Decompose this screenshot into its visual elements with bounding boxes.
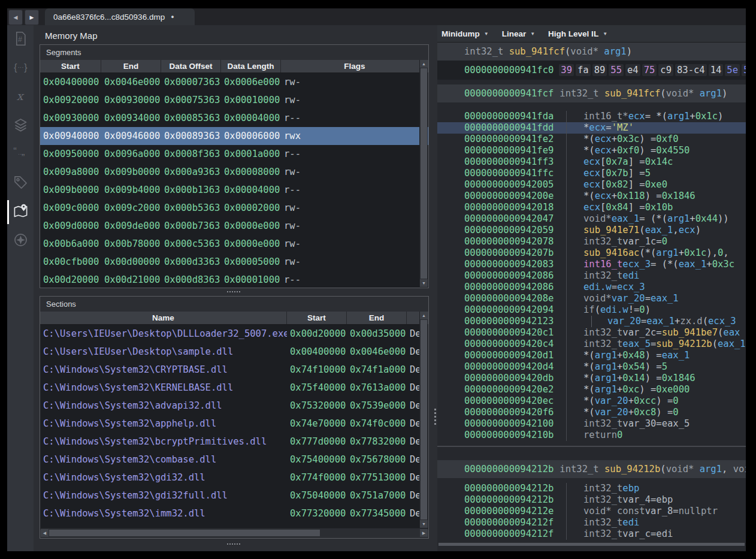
code-line[interactable]: 0000000000942100int32_t var_30 = eax_5 <box>437 418 746 430</box>
scroll-up-icon[interactable]: ▲ <box>420 312 428 319</box>
table-row[interactable]: 0x009d00000x009de0000x000b73630x0000e000… <box>40 217 428 235</box>
code-line[interactable]: 00000000009420c4int32_t eax_5 = sub_9421… <box>437 339 746 350</box>
view-dropdown[interactable]: Minidump▼ <box>441 29 489 38</box>
table-row[interactable]: 0x009b00000x009b40000x000b13630x00004000… <box>40 181 428 199</box>
code-line[interactable]: 000000000094212fint32_t edi <box>437 517 746 528</box>
table-row[interactable]: C:\Windows\System32\combase.dll0x7540000… <box>40 451 428 469</box>
code-line[interactable]: 00000000009420ec*(var_20 + 0xcc) = 0 <box>437 395 746 407</box>
code-line[interactable]: 000000000094208evoid* var_20 = eax_1 <box>437 293 746 304</box>
linear-horizontal-scrollbar[interactable] <box>439 542 745 546</box>
code-line[interactable]: 000000000094212evoid* const var_8 = null… <box>437 506 746 517</box>
code-line[interactable]: 0000000000942083int16_t ecx_3 = (*(eax_1… <box>437 259 746 270</box>
view-dropdown[interactable]: High Level IL▼ <box>548 29 607 38</box>
scrollbar-thumb[interactable] <box>421 320 427 519</box>
sidebar-item-triage[interactable] <box>7 226 34 255</box>
table-row[interactable]: C:\Windows\System32\bcryptPrimitives.dll… <box>40 433 428 451</box>
scroll-down-icon[interactable]: ▼ <box>420 520 428 528</box>
table-row[interactable]: C:\Users\IEUser\Desktop\sample.dll0x0040… <box>40 343 428 361</box>
code-line[interactable]: 000000000094210breturn 0 <box>437 430 746 441</box>
column-header[interactable]: Name <box>40 312 287 324</box>
scrollbar-thumb[interactable] <box>439 543 745 546</box>
code-line[interactable]: 0000000000942123var_20 = eax_1 + zx.d(ec… <box>437 316 746 327</box>
table-row[interactable]: C:\Windows\System32\imm32.dll0x773200000… <box>40 504 428 522</box>
code-line[interactable]: 00000000009420db*(arg1 + 0x14) = 0x1846 <box>437 373 746 384</box>
code-line[interactable]: 0000000000942078int32_t var_1c = 0 <box>437 236 746 247</box>
column-header[interactable]: End <box>101 60 161 72</box>
sidebar-item-memory-map[interactable] <box>7 198 34 226</box>
scroll-down-icon[interactable]: ▼ <box>420 279 428 287</box>
table-row[interactable]: 0x009500000x0096a0000x0008f3630x0001a000… <box>40 145 428 163</box>
table-row[interactable]: 0x009c00000x009c20000x000b53630x00002000… <box>40 199 428 217</box>
nav-forward-button[interactable]: ▶ <box>25 10 39 25</box>
code-line[interactable]: 00000000009420c1int32_t var_2c = sub_941… <box>437 327 746 339</box>
code-line[interactable]: 0000000000942094if (edi.w != 0) <box>437 304 746 316</box>
table-row[interactable]: C:\Windows\System32\KERNELBASE.dll0x75f4… <box>40 379 428 397</box>
segments-vertical-scrollbar[interactable]: ▲ ▼ <box>419 60 428 287</box>
nav-back-button[interactable]: ◀ <box>8 10 23 25</box>
table-row[interactable]: 0x00b6a0000x00b780000x000c53630x0000e000… <box>40 235 428 253</box>
sidebar-item-tags[interactable] <box>7 169 34 198</box>
code-line[interactable]: 0000000000942059sub_941e71(eax_1, ecx) <box>437 225 746 236</box>
code-line[interactable]: 00000000009420e2*(arg1 + 0xc) = 0xe000 <box>437 384 746 395</box>
code-line[interactable]: 00000000009420f6*(var_20 + 0xc8) = 0 <box>437 407 746 418</box>
segments-sections-splitter[interactable] <box>34 288 434 296</box>
code-line[interactable]: 0000000000941fdd*ecx = 'MZ' <box>437 122 746 134</box>
code-line[interactable]: 000000000094207bsub_9416ac(*(arg1 + 0x1c… <box>437 247 746 259</box>
table-row[interactable]: 0x00d200000x00d210000x000d83630x00001000… <box>40 271 428 288</box>
sidebar-item-strings[interactable]: “···” <box>7 140 34 169</box>
code-line[interactable]: 0000000000942005ecx[0x82] = 0xe0 <box>437 179 746 191</box>
sections-horizontal-scrollbar[interactable]: ◀ ▶ <box>41 528 428 537</box>
code-line[interactable]: 000000000094200e*(ecx + 0x118) = 0x1846 <box>437 191 746 202</box>
sidebar-item-types[interactable]: {···} <box>7 54 34 83</box>
column-header[interactable]: Data Length <box>221 60 281 72</box>
table-row[interactable]: C:\Windows\System32\gdi32.dll0x774f00000… <box>40 469 428 487</box>
table-row[interactable]: C:\Users\IEUser\Desktop\DLLLoader32_5007… <box>40 325 428 343</box>
sections-vertical-scrollbar[interactable]: ▲ ▼ <box>419 312 428 528</box>
chevron-down-icon: ▼ <box>603 31 607 37</box>
code-line[interactable]: 000000000094212bint32_t ebp <box>437 483 746 494</box>
table-row[interactable]: 0x004000000x0046e0000x000073630x0006e000… <box>40 73 428 91</box>
table-row[interactable]: 0x009a80000x009b00000x000a93630x00008000… <box>40 163 428 181</box>
code-line[interactable]: 000000000094212fint32_t var_c = edi <box>437 528 746 540</box>
code-line[interactable]: 00000000009420d1*(arg1 + 0x48) = eax_1 <box>437 350 746 361</box>
scrollbar-thumb[interactable] <box>421 68 427 279</box>
table-row[interactable]: C:\Windows\System32\CRYPTBASE.dll0x74f10… <box>40 361 428 379</box>
column-header[interactable]: Data Offset <box>161 60 221 72</box>
sidebar-item-stack[interactable] <box>7 111 34 140</box>
code-line[interactable]: 0000000000942086edi.w = ecx_3 <box>437 282 746 293</box>
table-row[interactable]: 0x009400000x009460000x000893630x00006000… <box>40 127 428 145</box>
scrollbar-thumb[interactable] <box>49 530 320 536</box>
function-signature-line[interactable]: 0000000000941fcfint32_t sub_941fcf(void*… <box>437 84 746 102</box>
sidebar-item-symbols[interactable]: # <box>7 25 34 54</box>
sidebar-item-variables[interactable]: x <box>7 83 34 111</box>
table-row[interactable]: C:\Windows\System32\advapi32.dll0x753200… <box>40 397 428 415</box>
bottom-splitter[interactable] <box>34 540 434 548</box>
code-line[interactable]: 0000000000941ff3ecx[0x7a] = 0x14c <box>437 156 746 168</box>
view-dropdown[interactable]: Linear▼ <box>502 29 535 38</box>
code-line[interactable]: 0000000000942018ecx[0x84] = 0x10b <box>437 202 746 213</box>
code-line[interactable]: 0000000000942086int32_t edi <box>437 270 746 282</box>
column-header[interactable]: End <box>347 312 407 324</box>
scroll-right-icon[interactable]: ▶ <box>420 529 428 537</box>
code-line[interactable]: 000000000094212bint32_t var_4 = ebp <box>437 494 746 506</box>
code-line[interactable]: 0000000000941ffcecx[0x7b] = 5 <box>437 168 746 179</box>
table-row[interactable]: 0x00cfb0000x00d000000x000d33630x00005000… <box>40 253 428 271</box>
file-tab[interactable]: 0a66e8376fc6...c8d50936.dmp ● <box>45 8 195 25</box>
hex-bytes-line[interactable]: 0000000000941fc039fa8955e475c983-c4145e5 <box>437 61 746 80</box>
table-row[interactable]: 0x009200000x009300000x000753630x00010000… <box>40 91 428 109</box>
table-row[interactable]: 0x009300000x009340000x000853630x00004000… <box>40 109 428 127</box>
code-line[interactable]: 0000000000941fe2*(ecx + 0x3c) = 0xf0 <box>437 134 746 145</box>
table-row[interactable]: C:\Windows\System32\apphelp.dll0x74e7000… <box>40 415 428 433</box>
scroll-left-icon[interactable]: ◀ <box>41 529 49 537</box>
table-row[interactable]: C:\Windows\System32\gdi32full.dll0x75040… <box>40 487 428 504</box>
column-header[interactable]: Start <box>40 60 101 72</box>
scroll-up-icon[interactable]: ▲ <box>420 60 428 68</box>
column-header[interactable]: Start <box>287 312 347 324</box>
function-signature-line[interactable]: 000000000094212bint32_t sub_94212b(void*… <box>437 460 746 478</box>
code-line[interactable]: 0000000000941fdaint16_t* ecx = *(arg1 + … <box>437 111 746 122</box>
code-line[interactable]: 0000000000941fe9*(ecx + 0xf0) = 0x4550 <box>437 145 746 156</box>
code-line[interactable]: 00000000009420d4*(arg1 + 0x54) = 5 <box>437 361 746 373</box>
column-header[interactable]: Flags <box>281 60 428 72</box>
sticky-function-header[interactable]: int32_t sub_941fcf(void* arg1) <box>437 43 746 61</box>
code-line[interactable]: 0000000000942047void* eax_1 = (*(arg1 + … <box>437 213 746 225</box>
